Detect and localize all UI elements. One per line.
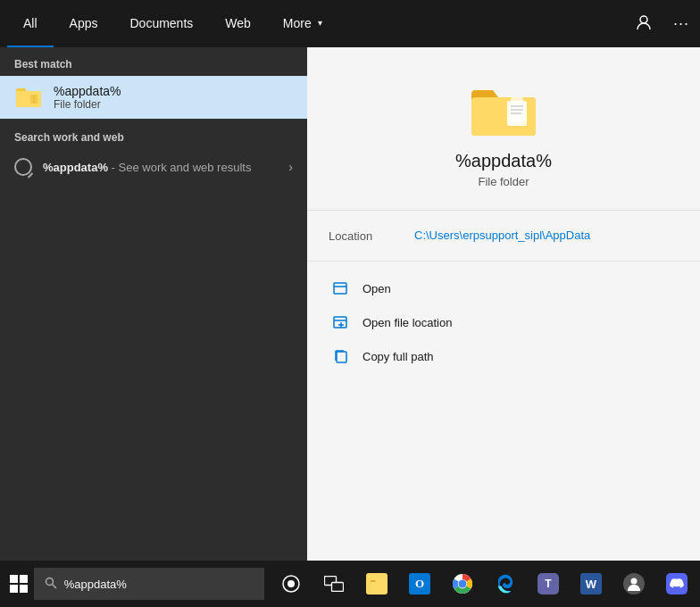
web-search-item[interactable]: %appdata% - See work and web results › — [0, 149, 307, 185]
search-work-web-label: Search work and web — [0, 119, 307, 149]
start-button[interactable] — [4, 561, 34, 607]
location-label: Location — [329, 229, 400, 243]
copy-full-path-action[interactable]: Copy full path — [329, 340, 679, 372]
taskbar-chrome-icon[interactable] — [443, 561, 482, 607]
tab-documents[interactable]: Documents — [113, 0, 209, 47]
file-preview-area: %appdata% File folder — [307, 47, 700, 211]
best-match-label: Best match — [0, 47, 307, 76]
taskbar-icons: O T — [271, 561, 696, 607]
taskbar-search-bar[interactable]: %appdata% — [34, 568, 264, 600]
right-panel: %appdata% File folder Location C:\Users\… — [307, 47, 700, 561]
copy-full-path-icon — [332, 347, 350, 365]
folder-icon-large — [468, 83, 539, 140]
taskbar-discord-icon[interactable] — [657, 561, 696, 607]
svg-point-23 — [460, 581, 466, 587]
location-row: Location C:\Users\erpsupport_sipl\AppDat… — [329, 229, 679, 243]
taskbar: %appdata% — [0, 561, 700, 607]
person-icon[interactable] — [632, 11, 655, 37]
svg-rect-14 — [20, 585, 28, 593]
taskbar-user-icon[interactable] — [614, 561, 654, 607]
tab-more[interactable]: More ▾ — [267, 0, 338, 47]
search-icon — [14, 158, 32, 176]
svg-rect-12 — [20, 575, 28, 583]
result-item-appdata[interactable]: %appdata% File folder — [0, 76, 307, 119]
taskbar-search-icon — [45, 577, 57, 592]
taskbar-search-text: %appdata% — [64, 578, 127, 591]
taskbar-word-icon[interactable]: W — [571, 561, 611, 607]
file-name-display: %appdata% — [455, 151, 552, 171]
svg-rect-8 — [334, 283, 346, 294]
svg-point-0 — [640, 16, 647, 23]
taskbar-teams-icon[interactable]: T — [529, 561, 568, 607]
svg-point-24 — [631, 578, 638, 585]
open-file-location-action[interactable]: Open file location — [329, 306, 679, 338]
svg-rect-20 — [332, 583, 344, 592]
tab-apps[interactable]: Apps — [54, 0, 114, 47]
top-nav: All Apps Documents Web More ▾ ··· — [0, 0, 700, 47]
svg-rect-10 — [337, 352, 346, 362]
open-icon — [332, 279, 350, 297]
open-file-location-label: Open file location — [362, 316, 452, 329]
tab-all[interactable]: All — [7, 0, 54, 47]
svg-rect-9 — [334, 317, 346, 328]
taskbar-task-view-icon[interactable] — [271, 561, 311, 607]
svg-line-16 — [52, 584, 56, 588]
svg-point-18 — [288, 580, 295, 587]
file-type-display: File folder — [478, 175, 529, 188]
result-text: %appdata% File folder — [54, 84, 121, 111]
result-subtitle: File folder — [54, 98, 121, 111]
main-area: Best match %appdata% File folder Search … — [0, 47, 700, 561]
svg-point-15 — [46, 578, 53, 585]
folder-icon-small — [14, 83, 43, 112]
location-value[interactable]: C:\Users\erpsupport_sipl\AppData — [414, 229, 590, 242]
web-search-text: %appdata% - See work and web results — [43, 161, 251, 174]
open-file-location-icon — [332, 313, 350, 331]
chevron-down-icon: ▾ — [318, 18, 322, 28]
location-section: Location C:\Users\erpsupport_sipl\AppDat… — [307, 211, 700, 262]
left-panel: Best match %appdata% File folder Search … — [0, 47, 307, 561]
chevron-right-icon: › — [288, 160, 293, 174]
ellipsis-icon[interactable]: ··· — [670, 11, 693, 37]
taskbar-file-explorer-icon[interactable] — [357, 561, 396, 607]
tab-web[interactable]: Web — [209, 0, 267, 47]
svg-rect-11 — [10, 575, 18, 583]
copy-full-path-label: Copy full path — [362, 350, 434, 363]
open-label: Open — [362, 282, 391, 295]
actions-section: Open Open file location — [307, 262, 700, 383]
taskbar-edge-icon[interactable] — [486, 561, 525, 607]
svg-rect-13 — [10, 585, 18, 593]
taskbar-outlook-icon[interactable]: O — [400, 561, 439, 607]
open-action[interactable]: Open — [329, 272, 679, 304]
taskbar-multidesk-icon[interactable] — [314, 561, 354, 607]
result-title: %appdata% — [54, 84, 121, 98]
